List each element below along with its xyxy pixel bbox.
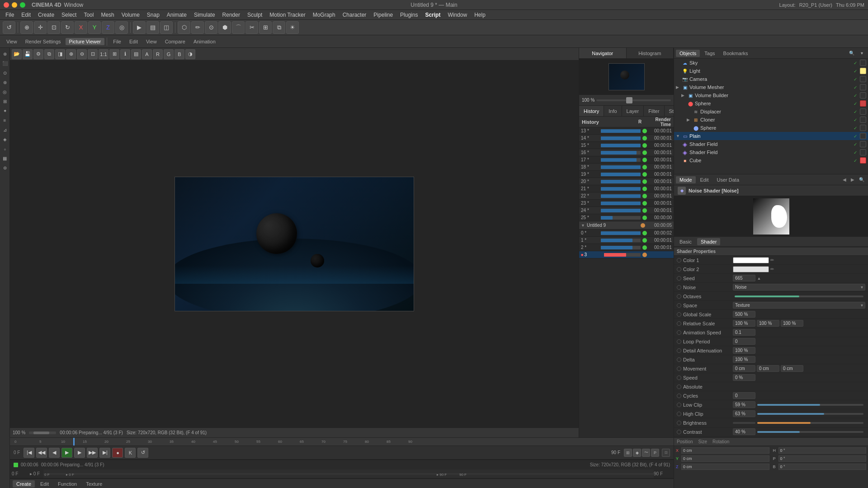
hist-row-16[interactable]: 16 * 00:00:01 [579,149,674,156]
pv-btn-channel-r[interactable]: R [153,49,163,59]
tab-function-mat[interactable]: Function [54,480,80,488]
tool-sculpt[interactable]: ⊙ [205,21,217,34]
pv-btn-channel-b[interactable]: B [175,49,184,59]
size-h-input[interactable] [778,447,867,454]
obj-check-sphere2[interactable]: ✓ [852,124,859,131]
tool-live-selection[interactable]: ⊕ [20,21,33,34]
btn-auto-key[interactable]: K [125,448,136,458]
obj-row-sphere1[interactable]: ⬤ Sphere ✓ [674,99,868,108]
prop-row-cycles[interactable]: Cycles 0 [674,391,868,400]
sidebar-icon-13[interactable]: ⊜ [1,164,9,172]
tool-undo[interactable]: ↺ [3,21,15,34]
hist-row-14[interactable]: 14 * 00:00:01 [579,135,674,142]
prop-row-rel-scale[interactable]: Relative Scale 100 % 100 % 100 % [674,319,868,328]
tab-tags[interactable]: Tags [701,50,718,57]
obj-check-sf1[interactable]: ✓ [852,141,859,148]
obj-row-shader-field2[interactable]: ◈ Shader Field ✓ [674,148,868,156]
rs-y[interactable]: 100 % [757,320,779,327]
prop-row-brightness[interactable]: Brightness [674,418,868,427]
obj-check-plain[interactable]: ✓ [852,132,859,140]
menu-plugins[interactable]: Plugins [396,11,421,19]
tab-edit[interactable]: Edit [697,176,712,183]
hist-row-s2[interactable]: 2 * 00:00:01 [579,244,674,251]
tab-layer[interactable]: Layer [622,106,644,116]
obj-check-camera[interactable]: ✓ [852,75,859,83]
prop-search-btn[interactable]: 🔍 [857,177,866,182]
history-content[interactable]: 13 * 00:00:01 14 * 00:00:01 15 * [579,127,674,437]
sidebar-icon-5[interactable]: ◎ [1,88,9,96]
prop-edit-color1[interactable]: ✏ [769,257,775,263]
obj-row-sky[interactable]: ☁ Sky ✓ [674,59,868,67]
subtab-basic[interactable]: Basic [676,238,695,245]
obj-check-cube[interactable]: ✓ [852,157,859,164]
sidebar-icon-4[interactable]: ⊛ [1,78,9,86]
octaves-slider[interactable] [735,296,863,297]
prop-next-btn[interactable]: ▶ [849,177,856,182]
pv-btn-channel-a[interactable]: A [142,49,152,59]
obj-row-cloner[interactable]: ▶ ⊞ Cloner ✓ [674,116,868,124]
obj-check-cloner[interactable]: ✓ [852,116,859,123]
prop-value-gs[interactable]: 500 % [733,311,755,318]
tab-texture-mat[interactable]: Texture [82,480,106,488]
rs-x[interactable]: 100 % [733,320,755,327]
prop-value-con[interactable]: 40 % [733,428,755,435]
prop-row-speed[interactable]: Speed 0 % [674,373,868,382]
subtab-view[interactable]: View [3,38,21,45]
prop-row-low-clip[interactable]: Low Clip 59 % [674,400,868,409]
obj-row-displacer[interactable]: ≋ Displacer ✓ [674,108,868,116]
prop-row-loop-period[interactable]: Loop Period 0 [674,337,868,346]
pv-btn-fit[interactable]: ⊡ [88,49,98,59]
low-clip-slider[interactable] [757,404,863,406]
sidebar-icon-9[interactable]: ⊿ [1,126,9,134]
tool-scale[interactable]: ⊡ [47,21,60,34]
prop-row-high-clip[interactable]: High Clip 63 % [674,409,868,418]
menu-render[interactable]: Render [219,11,244,19]
obj-row-sphere2[interactable]: ⬤ Sphere ✓ [674,124,868,132]
menu-window[interactable]: Window [444,11,471,19]
tool-light[interactable]: ☀ [286,21,299,34]
pv-btn-region[interactable]: ▤ [131,49,141,59]
sidebar-icon-2[interactable]: ⬛ [1,59,9,67]
sidebar-icon-1[interactable]: ⊕ [1,50,9,58]
pv-btn-lut[interactable]: ◑ [185,49,195,59]
tool-y-axis[interactable]: Y [88,21,101,34]
prop-row-absolute[interactable]: Absolute [674,382,868,391]
menu-motion-tracker[interactable]: Motion Tracker [266,11,309,19]
btn-record[interactable]: ● [112,448,123,458]
subtab-shader[interactable]: Shader [697,238,720,245]
obj-check-light[interactable]: ✓ [852,67,859,75]
tool-z-axis[interactable]: Z [102,21,114,34]
menu-pipeline[interactable]: Pipeline [370,11,396,19]
hist-row-22[interactable]: 22 * 00:00:01 [579,192,674,200]
contrast-slider[interactable] [757,431,863,433]
btn-motion-view[interactable]: 〜 [642,449,650,457]
obj-check-vm[interactable]: ✓ [852,84,859,91]
hist-row-18[interactable]: 18 * 00:00:01 [579,164,674,171]
size-p-input[interactable] [778,455,867,462]
obj-row-plain[interactable]: ▼ ▭ Plain ✓ [674,132,868,140]
prop-row-detail-att[interactable]: Detail Attenuation 100 % [674,346,868,355]
tool-paint[interactable]: ✏ [191,21,204,34]
subtab-compare[interactable]: Compare [161,38,189,45]
obj-check-vb[interactable]: ✓ [852,92,859,99]
mv-x[interactable]: 0 cm [733,365,755,372]
subtab-picture-viewer[interactable]: Picture Viewer [66,38,105,45]
sidebar-icon-7[interactable]: ✦ [1,107,9,115]
prop-value-seed[interactable]: 665 [733,275,755,282]
hist-row-15[interactable]: 15 * 00:00:01 [579,142,674,149]
mv-z[interactable]: 0 cm [781,365,803,372]
tool-move[interactable]: ✛ [34,21,47,34]
size-b-input[interactable] [778,464,867,470]
window-menu[interactable]: Window [64,2,84,8]
menu-create[interactable]: Create [34,11,58,19]
prop-value-lp[interactable]: 0 [733,338,755,345]
hist-section-untitled[interactable]: ▼ Untitled 9 00:00:05 [579,221,674,230]
prop-value-lc[interactable]: 59 % [733,401,755,408]
btn-loop[interactable]: ↺ [137,448,148,458]
pos-z-input[interactable] [681,464,769,470]
hist-row-s0[interactable]: 0 * 00:00:02 [579,230,674,237]
minimize-button[interactable] [12,2,17,8]
pv-btn-compare[interactable]: ⧉ [44,49,54,59]
pv-btn-save[interactable]: 💾 [23,49,33,59]
tab-create-mat[interactable]: Create [13,480,35,488]
